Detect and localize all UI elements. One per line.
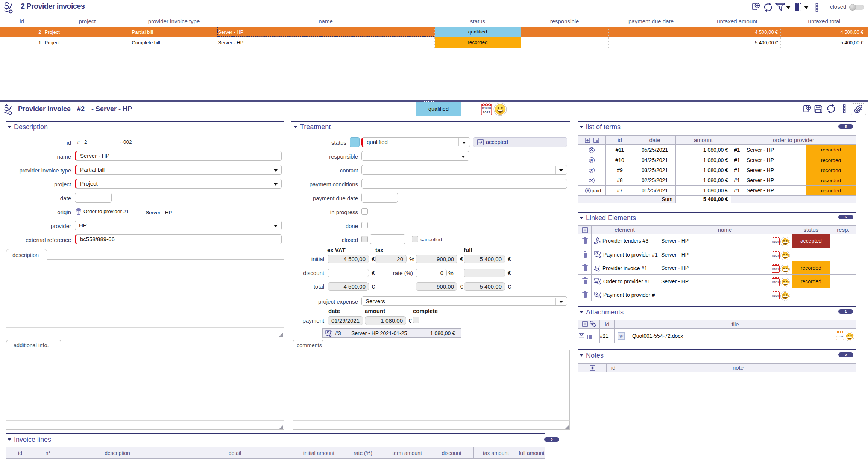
svg-text:2021: 2021: [483, 110, 490, 114]
svg-text:W: W: [619, 333, 624, 339]
svg-text:01/29: 01/29: [482, 106, 491, 110]
